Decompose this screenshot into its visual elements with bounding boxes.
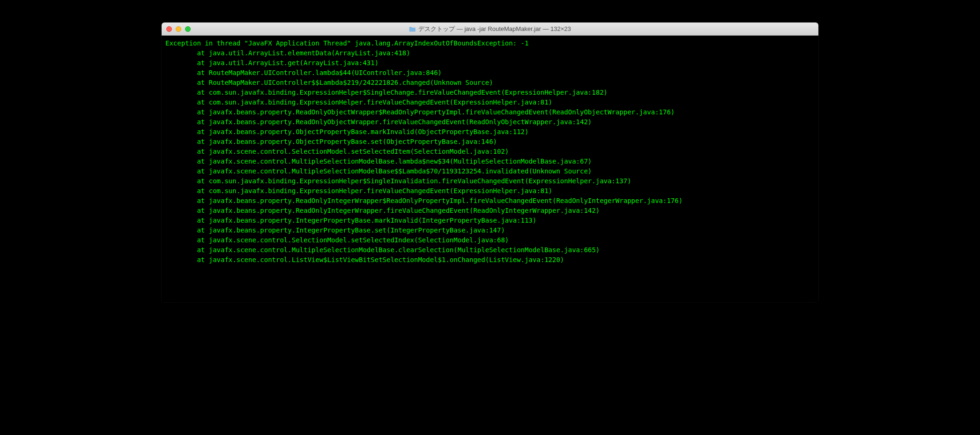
- stack-frame: at javafx.scene.control.MultipleSelectio…: [165, 245, 815, 255]
- title-bar[interactable]: デスクトップ — java -jar RouteMapMaker.jar — 1…: [162, 22, 818, 36]
- window-title-container: デスクトップ — java -jar RouteMapMaker.jar — 1…: [409, 25, 571, 33]
- minimize-button[interactable]: [176, 26, 181, 32]
- stack-frame: at com.sun.javafx.binding.ExpressionHelp…: [165, 186, 815, 196]
- exception-header: Exception in thread "JavaFX Application …: [165, 38, 815, 48]
- stack-frame: at com.sun.javafx.binding.ExpressionHelp…: [165, 88, 815, 98]
- stack-frame: at com.sun.javafx.binding.ExpressionHelp…: [165, 98, 815, 107]
- stack-frame: at javafx.beans.property.IntegerProperty…: [165, 225, 815, 235]
- stack-frame: at javafx.beans.property.ReadOnlyInteger…: [165, 206, 815, 216]
- stack-frame: at javafx.beans.property.ReadOnlyInteger…: [165, 196, 815, 206]
- stack-frame: at RouteMapMaker.UIController.lambda$44(…: [165, 68, 815, 78]
- stack-frame: at javafx.beans.property.ReadOnlyObjectW…: [165, 107, 815, 117]
- stack-frame: at javafx.beans.property.IntegerProperty…: [165, 216, 815, 225]
- maximize-button[interactable]: [185, 26, 191, 32]
- terminal-window: デスクトップ — java -jar RouteMapMaker.jar — 1…: [162, 22, 818, 302]
- stack-frame: at javafx.beans.property.ObjectPropertyB…: [165, 127, 815, 137]
- stack-frame: at javafx.scene.control.SelectionModel.s…: [165, 235, 815, 245]
- stack-frame: at javafx.scene.control.SelectionModel.s…: [165, 147, 815, 157]
- stack-frame: at RouteMapMaker.UIController$$Lambda$21…: [165, 78, 815, 88]
- terminal-output[interactable]: Exception in thread "JavaFX Application …: [162, 36, 818, 302]
- stack-frame: at javafx.scene.control.ListView$ListVie…: [165, 255, 815, 265]
- stack-frame: at javafx.beans.property.ReadOnlyObjectW…: [165, 117, 815, 127]
- folder-icon: [409, 26, 416, 31]
- stack-frame: at javafx.scene.control.MultipleSelectio…: [165, 166, 815, 176]
- stack-frame: at javafx.beans.property.ObjectPropertyB…: [165, 137, 815, 147]
- stack-frame: at javafx.scene.control.MultipleSelectio…: [165, 157, 815, 166]
- window-title: デスクトップ — java -jar RouteMapMaker.jar — 1…: [418, 25, 571, 33]
- close-button[interactable]: [166, 26, 172, 32]
- traffic-lights: [166, 26, 191, 32]
- stack-frame: at java.util.ArrayList.get(ArrayList.jav…: [165, 58, 815, 68]
- stack-frame: at java.util.ArrayList.elementData(Array…: [165, 48, 815, 58]
- stack-frame: at com.sun.javafx.binding.ExpressionHelp…: [165, 176, 815, 186]
